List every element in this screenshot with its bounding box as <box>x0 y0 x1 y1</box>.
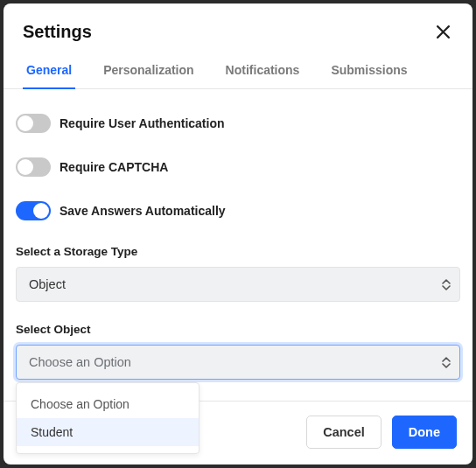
chevron-sort-icon <box>442 357 451 368</box>
label-require-auth: Require User Authentication <box>60 116 225 130</box>
done-button[interactable]: Done <box>392 416 457 449</box>
toggle-require-auth: Require User Authentication <box>16 114 460 133</box>
tab-notifications[interactable]: Notifications <box>222 58 304 89</box>
dropdown-select-object: Choose an Option Student <box>16 382 200 454</box>
tab-submissions[interactable]: Submissions <box>327 58 410 89</box>
close-icon <box>436 24 451 39</box>
chevron-sort-icon <box>442 279 451 290</box>
modal-header: Settings <box>4 3 472 58</box>
tabs: General Personalization Notifications Su… <box>4 58 472 89</box>
tab-personalization[interactable]: Personalization <box>100 58 197 89</box>
switch-require-auth[interactable] <box>16 114 51 133</box>
switch-save-answers[interactable] <box>16 201 51 220</box>
select-object-placeholder: Choose an Option <box>29 355 131 369</box>
option-student[interactable]: Student <box>17 418 199 446</box>
switch-require-captcha[interactable] <box>16 157 51 177</box>
label-require-captcha: Require CAPTCHA <box>60 160 168 174</box>
label-save-answers: Save Answers Automatically <box>60 204 226 218</box>
page-title: Settings <box>23 22 92 42</box>
label-storage-type: Select a Storage Type <box>16 245 460 258</box>
toggle-require-captcha: Require CAPTCHA <box>16 157 460 177</box>
label-select-object: Select Object <box>16 323 460 336</box>
select-storage-value: Object <box>29 277 66 291</box>
select-object[interactable]: Choose an Option <box>16 345 460 380</box>
settings-modal: Settings General Personalization Notific… <box>4 3 472 465</box>
close-button[interactable] <box>432 21 453 42</box>
select-storage-type[interactable]: Object <box>16 267 460 302</box>
option-choose[interactable]: Choose an Option <box>17 390 199 418</box>
cancel-button[interactable]: Cancel <box>306 416 382 449</box>
tab-general[interactable]: General <box>23 58 75 89</box>
modal-body: Require User Authentication Require CAPT… <box>4 89 472 401</box>
toggle-save-answers: Save Answers Automatically <box>16 201 460 220</box>
